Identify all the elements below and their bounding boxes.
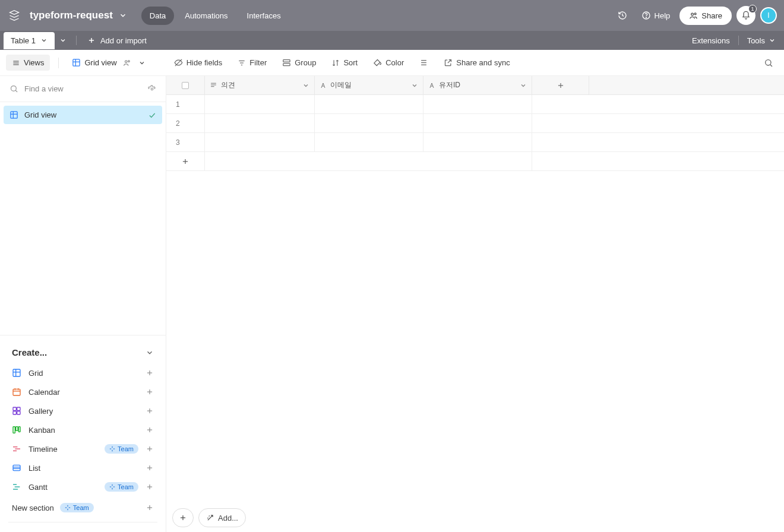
base-name[interactable]: typeform-request: [30, 10, 113, 21]
table-tab-label: Table 1: [11, 36, 36, 45]
current-view-button[interactable]: Grid view: [67, 55, 150, 71]
svg-point-1: [646, 17, 646, 18]
table-row[interactable]: 2: [166, 114, 784, 133]
plus-icon: [146, 388, 154, 396]
notifications-badge: 1: [748, 5, 757, 13]
base-menu-chevron-icon[interactable]: [119, 11, 127, 20]
create-view-gallery[interactable]: Gallery: [2, 401, 163, 420]
chevron-down-icon[interactable]: [520, 82, 527, 89]
plus-icon: [557, 81, 565, 90]
plus-icon: [146, 504, 154, 512]
sparkle-icon: [109, 446, 115, 452]
svg-rect-44: [13, 411, 16, 414]
history-icon[interactable]: [613, 6, 632, 25]
color-label: Color: [385, 58, 404, 67]
tools-button[interactable]: Tools: [739, 31, 784, 50]
cell[interactable]: [205, 133, 315, 151]
add-column-button[interactable]: [532, 76, 589, 94]
avatar[interactable]: I: [760, 7, 777, 24]
chevron-down-icon[interactable]: [411, 82, 418, 89]
share-button[interactable]: Share: [679, 7, 732, 25]
chevron-down-icon[interactable]: [302, 82, 309, 89]
create-view-gantt[interactable]: Gantt Team: [2, 477, 163, 496]
create-view-list[interactable]: List: [2, 458, 163, 477]
row-number: 1: [166, 95, 205, 113]
column-header-2[interactable]: 유저ID: [423, 76, 532, 94]
extensions-button[interactable]: Extensions: [684, 31, 738, 50]
views-toggle-button[interactable]: Views: [6, 55, 50, 71]
table-row[interactable]: 1: [166, 95, 784, 114]
sparkle-icon: [65, 505, 71, 511]
add-or-import-button[interactable]: Add or import: [81, 36, 153, 45]
chevron-down-icon: [146, 349, 154, 357]
svg-point-12: [125, 60, 127, 62]
row-number: 2: [166, 114, 205, 132]
create-view-grid[interactable]: Grid: [2, 363, 163, 382]
new-section-button[interactable]: New section Team: [2, 496, 163, 518]
calendar-icon: [12, 387, 21, 397]
timeline-icon: [12, 444, 21, 454]
search-records-button[interactable]: [759, 55, 778, 71]
chevron-down-icon: [138, 59, 146, 66]
app-logo-icon[interactable]: [7, 8, 21, 23]
team-pill: Team: [105, 444, 138, 454]
filter-button[interactable]: Filter: [233, 55, 271, 71]
create-section-title: Create...: [12, 347, 146, 357]
create-item-label: Timeline: [29, 445, 97, 454]
external-link-icon: [444, 58, 453, 67]
check-icon: [148, 111, 156, 119]
cell[interactable]: [205, 114, 315, 132]
cell[interactable]: [423, 114, 532, 132]
row-height-button[interactable]: [415, 55, 433, 71]
table-row[interactable]: 3: [166, 133, 784, 152]
group-icon: [282, 58, 291, 67]
cell[interactable]: [315, 114, 423, 132]
footer-add-row-button[interactable]: [172, 508, 194, 527]
column-header-1[interactable]: 이메일: [315, 76, 423, 94]
find-view-input[interactable]: Find a view: [0, 76, 166, 102]
footer-add-button[interactable]: Add...: [198, 508, 246, 527]
plus-icon: [146, 369, 154, 377]
tab-automations[interactable]: Automations: [176, 7, 236, 25]
eye-off-icon: [174, 58, 183, 67]
create-item-label: List: [29, 464, 138, 473]
settings-icon[interactable]: [148, 85, 156, 93]
share-sync-button[interactable]: Share and sync: [439, 55, 514, 71]
plus-icon: [179, 514, 187, 522]
column-name: 이메일: [330, 80, 407, 90]
tab-interfaces[interactable]: Interfaces: [239, 7, 289, 25]
create-view-timeline[interactable]: Timeline Team: [2, 439, 163, 458]
create-view-calendar[interactable]: Calendar: [2, 382, 163, 401]
add-row-button[interactable]: [166, 152, 205, 170]
plus-icon: [146, 483, 154, 491]
cell[interactable]: [423, 133, 532, 151]
table-list-chevron[interactable]: [55, 31, 71, 50]
sort-button[interactable]: Sort: [327, 55, 362, 71]
svg-rect-19: [283, 64, 290, 66]
wand-icon: [206, 514, 214, 522]
find-view-placeholder: Find a view: [24, 84, 64, 93]
select-all-checkbox[interactable]: [166, 76, 205, 94]
svg-rect-50: [18, 427, 20, 432]
create-section-toggle[interactable]: Create...: [2, 344, 163, 363]
cell[interactable]: [315, 95, 423, 113]
column-name: 의견: [221, 80, 299, 90]
chevron-down-icon: [40, 37, 48, 44]
help-button[interactable]: Help: [637, 11, 675, 20]
group-button[interactable]: Group: [277, 55, 321, 71]
hide-fields-button[interactable]: Hide fields: [169, 55, 227, 71]
people-icon: [689, 11, 698, 20]
cell[interactable]: [315, 133, 423, 151]
group-label: Group: [295, 58, 316, 67]
sidebar-view-grid[interactable]: Grid view: [4, 106, 162, 124]
cell[interactable]: [423, 95, 532, 113]
column-header-0[interactable]: 의견: [205, 76, 315, 94]
svg-rect-58: [13, 465, 20, 470]
tab-data[interactable]: Data: [141, 7, 174, 25]
create-view-kanban[interactable]: Kanban: [2, 420, 163, 439]
notifications-button[interactable]: 1: [736, 6, 755, 25]
cell[interactable]: [205, 95, 315, 113]
color-button[interactable]: Color: [368, 55, 409, 71]
table-tab[interactable]: Table 1: [4, 32, 55, 49]
column-name: 유저ID: [439, 80, 516, 90]
